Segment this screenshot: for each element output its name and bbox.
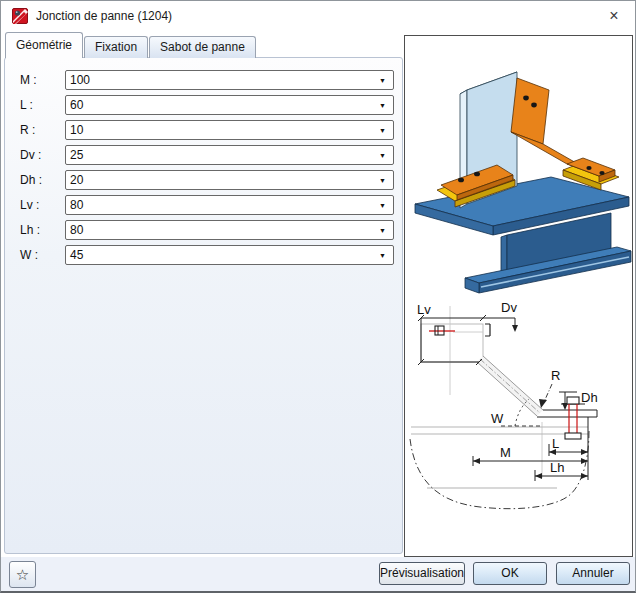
chevron-down-icon: ▼ [379,152,393,159]
close-icon[interactable]: × [603,5,625,27]
geometry-tab-page: M :100▼L :60▼R :10▼Dv :25▼Dh :20▼Lv :80▼… [4,57,403,554]
dialog-window: Jonction de panne (1204) × GéométrieFixa… [0,0,636,593]
combo-value-Lh: 80 [66,223,379,237]
tab-sabot-de-panne[interactable]: Sabot de panne [149,36,256,58]
chevron-down-icon: ▼ [379,102,393,109]
dim-label-w: W [491,411,504,426]
ok-button[interactable]: OK [473,562,547,585]
chevron-down-icon: ▼ [379,202,393,209]
L-combobox[interactable]: 60▼ [65,95,394,115]
star-icon: ☆ [16,566,29,583]
component-icon [12,8,28,24]
R-combobox[interactable]: 10▼ [65,120,394,140]
dim-label-lh: Lh [550,460,564,475]
field-label-Lh: Lh : [20,223,65,237]
M-combobox[interactable]: 100▼ [65,70,394,90]
field-row-Dv: Dv :25▼ [20,145,394,165]
Dh-combobox[interactable]: 20▼ [65,170,394,190]
field-row-L: L :60▼ [20,95,394,115]
field-label-W: W : [20,248,65,262]
combo-value-L: 60 [66,98,379,112]
dim-label-dh: Dh [581,390,598,405]
title-bar: Jonction de panne (1204) × [1,1,635,31]
Dv-combobox[interactable]: 25▼ [65,145,394,165]
W-combobox[interactable]: 45▼ [65,245,394,265]
field-label-L: L : [20,98,65,112]
dim-label-r: R [551,368,560,383]
chevron-down-icon: ▼ [379,127,393,134]
field-row-Lv: Lv :80▼ [20,195,394,215]
preview-panel: Lv Dv R Dh W L M Lh [404,35,633,557]
field-row-R: R :10▼ [20,120,394,140]
combo-value-Lv: 80 [66,198,379,212]
dim-label-l: L [552,436,559,451]
field-row-M: M :100▼ [20,70,394,90]
tab-géométrie[interactable]: Géométrie [5,32,83,58]
combo-value-R: 10 [66,123,379,137]
joint-3d-image [405,36,632,296]
field-row-Lh: Lh :80▼ [20,220,394,240]
chevron-down-icon: ▼ [379,177,393,184]
field-label-R: R : [20,123,65,137]
window-title: Jonction de panne (1204) [36,9,172,23]
dim-label-dv: Dv [501,300,517,315]
combo-value-W: 45 [66,248,379,262]
dimension-diagram: Lv Dv R Dh W L M Lh [405,300,632,532]
dim-label-m: M [500,445,511,460]
Lv-combobox[interactable]: 80▼ [65,195,394,215]
field-label-Dv: Dv : [20,148,65,162]
field-row-W: W :45▼ [20,245,394,265]
dim-label-lv: Lv [417,302,431,317]
field-label-Dh: Dh : [20,173,65,187]
tab-strip: GéométrieFixationSabot de panne [5,32,257,58]
field-label-Lv: Lv : [20,198,65,212]
combo-value-M: 100 [66,73,379,87]
chevron-down-icon: ▼ [379,77,393,84]
cancel-button[interactable]: Annuler [556,562,630,585]
footer-bar: ☆ Prévisualisation OK Annuler [1,557,635,592]
chevron-down-icon: ▼ [379,252,393,259]
combo-value-Dh: 20 [66,173,379,187]
fields-container: M :100▼L :60▼R :10▼Dv :25▼Dh :20▼Lv :80▼… [5,58,402,265]
field-label-M: M : [20,73,65,87]
preview-button[interactable]: Prévisualisation [379,562,465,585]
chevron-down-icon: ▼ [379,227,393,234]
combo-value-Dv: 25 [66,148,379,162]
field-row-Dh: Dh :20▼ [20,170,394,190]
Lh-combobox[interactable]: 80▼ [65,220,394,240]
favorites-button[interactable]: ☆ [9,561,36,588]
tab-fixation[interactable]: Fixation [84,36,148,58]
